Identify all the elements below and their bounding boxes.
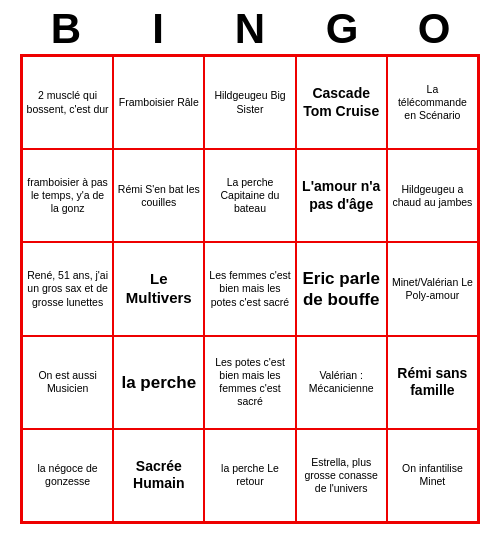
bingo-grid: 2 musclé qui bossent, c'est durFramboisi… [20,54,480,524]
bingo-cell-9: Hildgeugeu a chaud au jambes [387,149,478,242]
letter-g: G [312,8,372,50]
letter-i: I [128,8,188,50]
bingo-cell-6: Rémi S'en bat les couilles [113,149,204,242]
bingo-cell-3: Cascade Tom Cruise [296,56,387,149]
bingo-cell-0: 2 musclé qui bossent, c'est dur [22,56,113,149]
bingo-cell-11: Le Multivers [113,242,204,335]
bingo-cell-17: Les potes c'est bien mais les femmes c'e… [204,336,295,429]
bingo-cell-14: Minet/Valérian Le Poly-amour [387,242,478,335]
bingo-cell-8: L'amour n'a pas d'âge [296,149,387,242]
bingo-cell-19: Rémi sans famille [387,336,478,429]
letter-o: O [404,8,464,50]
bingo-cell-18: Valérian : Mécanicienne [296,336,387,429]
bingo-cell-22: la perche Le retour [204,429,295,522]
bingo-header: B I N G O [20,0,480,54]
bingo-cell-7: La perche Capitaine du bateau [204,149,295,242]
bingo-cell-10: René, 51 ans, j'ai un gros sax et de gro… [22,242,113,335]
bingo-cell-21: Sacrée Humain [113,429,204,522]
bingo-cell-12: Les femmes c'est bien mais les potes c'e… [204,242,295,335]
letter-b: B [36,8,96,50]
bingo-cell-1: Framboisier Râle [113,56,204,149]
bingo-cell-23: Estrella, plus grosse conasse de l'unive… [296,429,387,522]
bingo-cell-15: On est aussi Musicien [22,336,113,429]
bingo-cell-24: On infantilise Minet [387,429,478,522]
bingo-cell-2: Hildgeugeu Big Sister [204,56,295,149]
bingo-cell-4: La télécommande en Scénario [387,56,478,149]
bingo-cell-13: Eric parle de bouffe [296,242,387,335]
bingo-cell-16: la perche [113,336,204,429]
bingo-cell-5: framboisier à pas le temps, y'a de la go… [22,149,113,242]
letter-n: N [220,8,280,50]
bingo-cell-20: la négoce de gonzesse [22,429,113,522]
